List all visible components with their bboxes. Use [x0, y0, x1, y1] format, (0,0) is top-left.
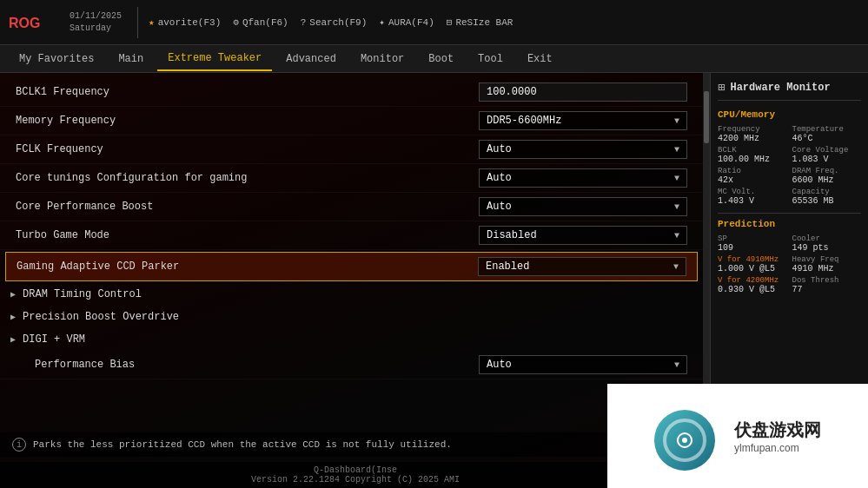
nav-boot[interactable]: Boot	[418, 48, 464, 70]
nav-my-favorites[interactable]: My Favorites	[9, 48, 104, 70]
date-display: 01/11/2025 Saturday	[70, 10, 122, 35]
dram-freq-value: 6600 MHz	[792, 175, 862, 185]
svg-text:ROG: ROG	[9, 16, 40, 30]
cooler-value: 149 pts	[792, 243, 862, 253]
turbo-game-mode-dropdown[interactable]: Disabled ▼	[479, 226, 687, 245]
fclk-freq-label: FCLK Frequency	[16, 143, 479, 155]
v-4910-value: 1.000 V @L5	[718, 264, 787, 274]
nav-exit[interactable]: Exit	[517, 48, 563, 70]
hw-divider	[718, 213, 861, 214]
watermark-logo	[654, 410, 715, 471]
mc-volt-value: 1.403 V	[718, 196, 787, 206]
temp-label: Temperature	[792, 125, 862, 134]
toolbar: ★ avorite(F3) ⚙ Qfan(F6) ? Search(F9) ✦ …	[149, 16, 859, 28]
footer: Q-Dashboard(Inse Version 2.22.1284 Copyr…	[0, 462, 703, 488]
info-icon: i	[12, 438, 26, 452]
perf-bias-arrow: ▼	[674, 360, 679, 370]
gaming-adaptive-ccd-dropdown[interactable]: Enabled ▼	[478, 257, 686, 276]
fclk-freq-arrow: ▼	[674, 145, 679, 155]
core-volt-label: Core Voltage	[792, 146, 862, 155]
capacity-label: Capacity	[792, 188, 862, 196]
core-perf-boost-label: Core Performance Boost	[16, 201, 479, 213]
mem-freq-row: Memory Frequency DDR5-6600MHz ▼	[0, 107, 703, 135]
core-perf-boost-dropdown[interactable]: Auto ▼	[479, 197, 687, 216]
sp-value: 109	[718, 243, 787, 253]
nav-advanced[interactable]: Advanced	[275, 48, 347, 70]
digi-vrm-arrow: ▶	[10, 334, 16, 345]
scrollbar-thumb[interactable]	[704, 91, 709, 143]
nav-monitor[interactable]: Monitor	[350, 48, 414, 70]
precision-boost-label: Precision Boost Overdrive	[23, 311, 179, 323]
heavy-freq-label: Heavy Freq	[792, 255, 862, 264]
watermark-circle-inner	[663, 419, 706, 462]
prediction-grid: SP 109 Cooler 149 pts V for 4910MHz 1.00…	[718, 234, 861, 294]
prediction-title: Prediction	[718, 219, 861, 229]
rog-logo: ROG	[9, 9, 61, 36]
bclk-freq-value[interactable]: 100.0000	[479, 82, 687, 102]
cooler-label: Cooler	[792, 234, 862, 243]
bclk-freq-row: BCLK1 Frequency 100.0000	[0, 78, 703, 107]
heavy-freq-value: 4910 MHz	[792, 264, 862, 274]
cpu-memory-title: CPU/Memory	[718, 109, 861, 120]
mc-volt-label: MC Volt.	[718, 188, 787, 196]
core-tunings-row: Core tunings Configuration for gaming Au…	[0, 164, 703, 193]
turbo-game-mode-row: Turbo Game Mode Disabled ▼	[0, 221, 703, 250]
sp-label: SP	[718, 234, 787, 243]
toolbar-aura[interactable]: ✦ AURA(F4)	[379, 16, 434, 28]
v-4200-value: 0.930 V @L5	[718, 285, 787, 294]
mem-freq-arrow: ▼	[674, 116, 679, 126]
content-area: BCLK1 Frequency 100.0000 Memory Frequenc…	[0, 73, 703, 488]
perf-bias-dropdown[interactable]: Auto ▼	[479, 355, 687, 374]
dram-timing-arrow: ▶	[10, 289, 16, 300]
toolbar-favorite[interactable]: ★ avorite(F3)	[149, 16, 221, 28]
toolbar-resize-bar[interactable]: ⊟ ReSIze BAR	[447, 16, 514, 28]
description-bar: i Parks the less prioritized CCD when th…	[0, 432, 703, 457]
temp-value: 46°C	[792, 134, 862, 143]
dos-thresh-label: Dos Thresh	[792, 276, 862, 285]
perf-bias-label: Performance Bias	[35, 359, 479, 371]
gaming-adaptive-ccd-arrow: ▼	[673, 262, 679, 272]
watermark-overlay: 伏盘游戏网 ylmfupan.com	[607, 384, 868, 488]
toolbar-search[interactable]: ? Search(F9)	[301, 17, 368, 28]
bclk-freq-label: BCLK1 Frequency	[16, 86, 479, 98]
gaming-adaptive-ccd-label: Gaming Adaptive CCD Parker	[17, 260, 478, 273]
core-volt-value: 1.083 V	[792, 155, 862, 164]
mem-freq-dropdown[interactable]: DDR5-6600MHz ▼	[479, 111, 687, 130]
ratio-value: 42x	[718, 175, 787, 185]
footer-line1: Q-Dashboard(Inse	[12, 465, 699, 475]
hw-monitor-title: Hardware Monitor	[730, 82, 830, 94]
fclk-freq-row: FCLK Frequency Auto ▼	[0, 135, 703, 164]
ratio-label: Ratio	[718, 167, 787, 175]
core-perf-boost-row: Core Performance Boost Auto ▼	[0, 193, 703, 221]
digi-vrm-label: DIGI + VRM	[23, 333, 85, 346]
divider	[137, 7, 138, 38]
footer-line2: Version 2.22.1284 Copyright (C) 2025 AMI	[12, 475, 699, 485]
freq-label: Frequency	[718, 125, 787, 134]
dram-freq-label: DRAM Freq.	[792, 167, 862, 175]
capacity-value: 65536 MB	[792, 196, 862, 206]
nav-tool[interactable]: Tool	[467, 48, 514, 70]
nav-extreme-tweaker[interactable]: Extreme Tweaker	[157, 47, 272, 71]
core-tunings-dropdown[interactable]: Auto ▼	[479, 168, 687, 188]
core-perf-boost-arrow: ▼	[674, 202, 679, 212]
freq-value: 4200 MHz	[718, 134, 787, 143]
fclk-freq-dropdown[interactable]: Auto ▼	[479, 140, 687, 159]
v-4200-label: V for 4200MHz	[718, 276, 787, 285]
hw-monitor-header: ⊞ Hardware Monitor	[718, 80, 861, 101]
mem-freq-label: Memory Frequency	[16, 115, 479, 127]
monitor-icon: ⊞	[718, 80, 725, 95]
perf-bias-row: Performance Bias Auto ▼	[0, 351, 703, 379]
dram-timing-label: DRAM Timing Control	[23, 288, 142, 300]
digi-vrm-section[interactable]: ▶ DIGI + VRM	[0, 328, 703, 351]
core-tunings-arrow: ▼	[674, 174, 679, 183]
top-bar: ROG 01/11/2025 Saturday ★ avorite(F3) ⚙ …	[0, 0, 868, 45]
dram-timing-section[interactable]: ▶ DRAM Timing Control	[0, 283, 703, 306]
turbo-game-mode-arrow: ▼	[674, 231, 679, 241]
precision-boost-section[interactable]: ▶ Precision Boost Overdrive	[0, 306, 703, 328]
svg-point-2	[682, 438, 687, 443]
bclk-value: 100.00 MHz	[718, 155, 787, 164]
cpu-memory-grid: Frequency 4200 MHz Temperature 46°C BCLK…	[718, 125, 861, 206]
precision-boost-arrow: ▶	[10, 312, 16, 322]
toolbar-qfan[interactable]: ⚙ Qfan(F6)	[233, 16, 288, 28]
nav-main[interactable]: Main	[108, 48, 154, 70]
